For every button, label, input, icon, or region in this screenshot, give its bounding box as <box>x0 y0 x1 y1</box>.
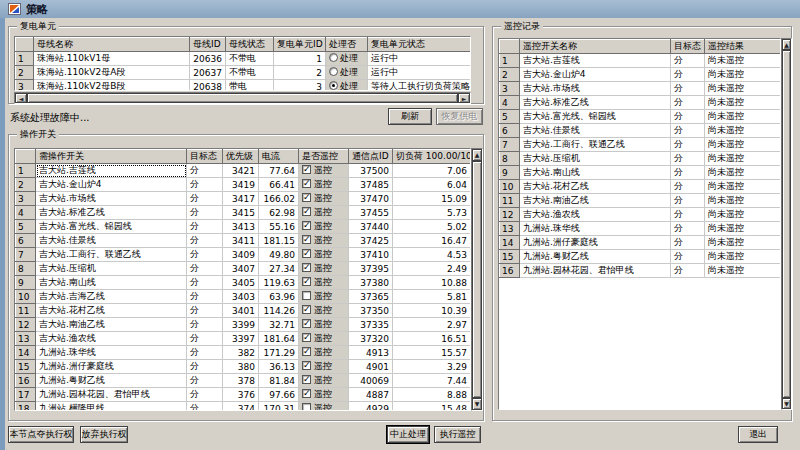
scroll-up-icon[interactable]: ▲ <box>472 149 482 161</box>
row-index[interactable]: 6 <box>16 234 36 248</box>
row-index[interactable]: 3 <box>16 80 34 92</box>
scroll-right-icon[interactable]: ► <box>458 93 470 103</box>
remote-record-row[interactable]: 10吉大站.花村乙线分尚未遥控 <box>500 180 782 194</box>
row-index[interactable]: 15 <box>500 250 520 264</box>
row-index[interactable]: 7 <box>16 248 36 262</box>
remote-control-cell[interactable]: 遥控 <box>299 318 349 332</box>
operate-switch-row[interactable]: 6吉大站.佳景线分3411181.15遥控3742516.47 <box>16 234 471 248</box>
remote-checkbox[interactable] <box>302 291 311 300</box>
remote-record-row[interactable]: 1吉大站.吉莲线分尚未遥控 <box>500 54 782 68</box>
remote-record-row[interactable]: 11吉大站.南油乙线分尚未遥控 <box>500 194 782 208</box>
row-index[interactable]: 11 <box>500 194 520 208</box>
abort-processing-button[interactable]: 中止处理 <box>387 426 429 443</box>
operate-table-vscrollbar[interactable]: ▲ ▼ <box>471 148 483 411</box>
row-index[interactable]: 8 <box>500 152 520 166</box>
remote-checkbox[interactable] <box>302 319 311 328</box>
remote-record-row[interactable]: 15九洲站.粤财乙线分尚未遥控 <box>500 250 782 264</box>
row-index[interactable]: 4 <box>16 206 36 220</box>
remote-control-cell[interactable]: 遥控 <box>299 206 349 220</box>
operate-switch-row[interactable]: 14九洲站.珠华线分382171.29遥控491315.57 <box>16 346 471 360</box>
remote-checkbox[interactable] <box>302 305 311 314</box>
abandon-execution-right-button[interactable]: 放弃执行权 <box>80 426 128 443</box>
row-index[interactable]: 14 <box>16 346 36 360</box>
row-index[interactable]: 11 <box>16 304 36 318</box>
remote-record-row[interactable]: 8吉大站.压缩机分尚未遥控 <box>500 152 782 166</box>
seize-execution-right-button[interactable]: 本节点夺执行权 <box>8 426 74 443</box>
operate-switch-row[interactable]: 8吉大站.压缩机分340727.34遥控373952.49 <box>16 262 471 276</box>
operate-switch-row[interactable]: 16九洲站.粤财乙线分37881.84遥控400697.44 <box>16 374 471 388</box>
row-index[interactable]: 5 <box>500 110 520 124</box>
remote-checkbox[interactable] <box>302 165 311 174</box>
refresh-button[interactable]: 刷新 <box>388 108 432 125</box>
row-index[interactable]: 13 <box>500 222 520 236</box>
remote-record-row[interactable]: 5吉大站.富光线、锦园线分尚未遥控 <box>500 110 782 124</box>
row-index[interactable]: 10 <box>500 180 520 194</box>
operate-switch-row[interactable]: 17九洲站.园林花园、君怡甲线分37697.66遥控48878.88 <box>16 388 471 402</box>
operate-switch-row[interactable]: 9吉大站.南山线分3405119.63遥控3738010.88 <box>16 276 471 290</box>
row-index[interactable]: 10 <box>16 290 36 304</box>
row-index[interactable]: 16 <box>500 264 520 278</box>
process-radio[interactable] <box>329 67 338 76</box>
remote-checkbox[interactable] <box>302 361 311 370</box>
remote-checkbox[interactable] <box>302 263 311 272</box>
process-cell[interactable]: 处理 <box>326 66 368 80</box>
operate-switch-row[interactable]: 2吉大站.金山炉4分341966.41遥控374856.04 <box>16 178 471 192</box>
row-index[interactable]: 13 <box>16 332 36 346</box>
remote-control-cell[interactable]: 遥控 <box>299 402 349 412</box>
remote-control-cell[interactable]: 遥控 <box>299 220 349 234</box>
row-index[interactable]: 12 <box>500 208 520 222</box>
remote-table-vscrollbar[interactable]: ▲ ▼ <box>781 38 792 410</box>
row-index[interactable]: 9 <box>16 276 36 290</box>
remote-control-cell[interactable]: 遥控 <box>299 346 349 360</box>
remote-checkbox[interactable] <box>302 249 311 258</box>
row-index[interactable]: 14 <box>500 236 520 250</box>
operate-switch-row[interactable]: 7吉大站.工商行、联通乙线分340949.80遥控374104.53 <box>16 248 471 262</box>
operate-switch-row[interactable]: 1吉大站.吉莲线分342177.64遥控375007.06 <box>16 164 471 178</box>
row-index[interactable]: 16 <box>16 374 36 388</box>
scroll-down-icon[interactable]: ▼ <box>472 398 482 410</box>
remote-checkbox[interactable] <box>302 389 311 398</box>
remote-control-cell[interactable]: 遥控 <box>299 164 349 178</box>
remote-record-row[interactable]: 2吉大站.金山炉4分尚未遥控 <box>500 68 782 82</box>
remote-checkbox[interactable] <box>302 403 311 411</box>
remote-checkbox[interactable] <box>302 193 311 202</box>
operate-switch-row[interactable]: 12吉大站.南油乙线分339932.71遥控373352.97 <box>16 318 471 332</box>
execute-remote-button[interactable]: 执行遥控 <box>434 426 481 443</box>
remote-control-cell[interactable]: 遥控 <box>299 290 349 304</box>
process-cell[interactable]: 处理 <box>326 80 368 92</box>
remote-record-row[interactable]: 7吉大站.工商行、联通乙线分尚未遥控 <box>500 138 782 152</box>
row-index[interactable]: 9 <box>500 166 520 180</box>
remote-checkbox[interactable] <box>302 221 311 230</box>
process-radio[interactable] <box>329 53 338 62</box>
operate-switch-row[interactable]: 18九洲站.横隆甲线分374170.31遥控492915.48 <box>16 402 471 412</box>
exit-button[interactable]: 退出 <box>738 426 778 443</box>
remote-record-row[interactable]: 4吉大站.标准乙线分尚未遥控 <box>500 96 782 110</box>
row-index[interactable]: 17 <box>16 388 36 402</box>
remote-control-cell[interactable]: 遥控 <box>299 388 349 402</box>
row-index[interactable]: 2 <box>500 68 520 82</box>
process-cell[interactable]: 处理 <box>326 52 368 66</box>
title-bar[interactable]: 策略 <box>0 0 800 18</box>
operate-switch-row[interactable]: 3吉大站.市场线分3417166.02遥控3747015.09 <box>16 192 471 206</box>
row-index[interactable]: 1 <box>16 164 36 178</box>
operate-switch-row[interactable]: 15九洲站.洲仔豪庭线分38036.13遥控49013.29 <box>16 360 471 374</box>
remote-record-row[interactable]: 12吉大站.渔农线分尚未遥控 <box>500 208 782 222</box>
remote-control-cell[interactable]: 遥控 <box>299 374 349 388</box>
operate-switch-row[interactable]: 10吉大站.吉海乙线分340363.96遥控373655.81 <box>16 290 471 304</box>
scroll-up-icon[interactable]: ▲ <box>782 39 791 50</box>
remote-checkbox[interactable] <box>302 333 311 342</box>
bus-table-hscrollbar[interactable]: ◄ ► <box>14 92 471 104</box>
remote-control-cell[interactable]: 遥控 <box>299 234 349 248</box>
row-index[interactable]: 1 <box>500 54 520 68</box>
remote-record-row[interactable]: 9吉大站.南山线分尚未遥控 <box>500 166 782 180</box>
row-index[interactable]: 2 <box>16 178 36 192</box>
row-index[interactable]: 8 <box>16 262 36 276</box>
row-index[interactable]: 3 <box>16 192 36 206</box>
vscroll-thumb[interactable] <box>472 161 482 398</box>
remote-control-cell[interactable]: 遥控 <box>299 192 349 206</box>
vscroll-thumb[interactable] <box>782 50 791 398</box>
row-index[interactable]: 4 <box>500 96 520 110</box>
remote-control-cell[interactable]: 遥控 <box>299 262 349 276</box>
bus-table-row[interactable]: 1珠海站.110kV1母20636不带电1处理运行中 <box>16 52 471 66</box>
bus-table-row[interactable]: 2珠海站.110kV2母A段20637不带电2处理运行中 <box>16 66 471 80</box>
